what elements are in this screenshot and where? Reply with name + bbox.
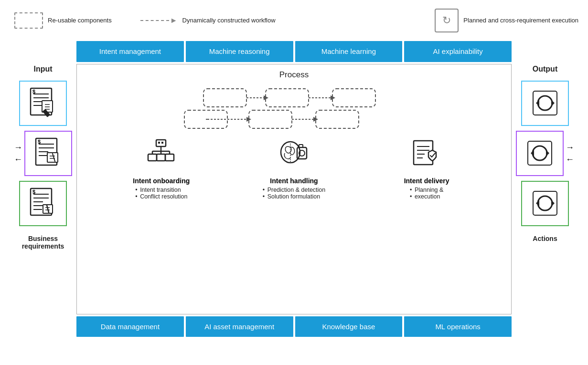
legend-reusable-label: Re-usable components: [48, 17, 112, 25]
tab-data-management[interactable]: Data management: [76, 316, 184, 337]
handling-bullet-2: Solution formulation: [263, 193, 326, 200]
dash-line: [140, 20, 169, 21]
tab-ml-operations[interactable]: ML operations: [404, 316, 512, 337]
svg-rect-62: [299, 145, 303, 147]
legend-reusable: Re-usable components: [14, 12, 112, 29]
tab-machine-learning[interactable]: Machine learning: [295, 41, 403, 62]
intent-onboarding-bullets: Intent transition Conflict resolution: [135, 187, 187, 200]
svg-rect-48: [158, 142, 160, 144]
intent-handling-title: Intent handling: [270, 177, 318, 185]
output-column: Output: [512, 41, 578, 337]
page: Re-usable components ► Dynamically const…: [0, 0, 588, 365]
document-icon-green: $: [29, 188, 57, 220]
intent-delivery-title: Intent delivery: [404, 177, 449, 185]
dashed-box-icon: [14, 12, 43, 29]
legend-dynamic-label: Dynamically constructed workflow: [182, 17, 276, 25]
actions-label: Actions: [533, 235, 557, 242]
input-column: Input $: [10, 41, 76, 337]
header-tabs: Intent management Machine reasoning Mach…: [76, 41, 512, 62]
output-box-green: [521, 181, 569, 226]
bottom-tabs: Data management AI asset management Know…: [76, 316, 512, 337]
intent-handling: Intent handling Prediction & detection S…: [246, 139, 342, 200]
tab-machine-reasoning[interactable]: Machine reasoning: [186, 41, 293, 62]
business-requirements-label: Business requirements: [10, 235, 76, 250]
tab-ai-asset-management[interactable]: AI asset management: [186, 316, 293, 337]
intent-handling-bullets: Prediction & detection Solution formulat…: [263, 187, 326, 200]
input-box-green: $: [19, 181, 67, 226]
main-layout: Input $: [10, 41, 578, 337]
workflow-area: [86, 86, 502, 129]
intent-delivery-icon: [411, 139, 442, 173]
left-arrow-right: ←: [566, 155, 574, 165]
tab-intent-management[interactable]: Intent management: [76, 41, 184, 62]
svg-rect-57: [165, 154, 174, 161]
intent-row: Intent onboarding Intent transition Conf…: [86, 139, 502, 200]
svg-rect-34: [332, 89, 375, 107]
intent-handling-icon: [277, 139, 310, 173]
input-label: Input: [33, 65, 52, 73]
workflow-diagram: [175, 86, 414, 129]
output-arrows-purple: → ←: [516, 131, 574, 176]
legend-dynamic: ► Dynamically constructed workflow: [140, 16, 276, 25]
input-box-blue: $: [19, 81, 67, 126]
delivery-icon: [411, 139, 442, 167]
svg-rect-56: [157, 154, 165, 161]
brain-icon: [277, 139, 310, 167]
document-icon-purple: $: [34, 137, 63, 170]
svg-text:$: $: [32, 189, 35, 195]
svg-rect-33: [266, 89, 309, 107]
svg-rect-55: [148, 154, 157, 161]
center-column: Intent management Machine reasoning Mach…: [76, 41, 512, 337]
intent-onboarding-title: Intent onboarding: [133, 177, 190, 185]
intent-onboarding-icon: [146, 139, 177, 173]
bidirectional-arrows-right: → ←: [566, 143, 574, 165]
legend: Re-usable components ► Dynamically const…: [10, 9, 578, 32]
delivery-bullet-1: Planning &: [410, 187, 443, 193]
cycle-icon-green: [532, 190, 558, 217]
cycle-icon-blue: [532, 90, 558, 116]
intent-delivery: Intent delivery Planning & execution: [379, 139, 474, 200]
right-arrow-right: →: [566, 143, 574, 153]
output-box-purple: [516, 131, 564, 176]
delivery-bullet-2: execution: [410, 193, 443, 200]
document-icon-blue: $: [29, 87, 57, 120]
svg-rect-47: [156, 140, 166, 146]
intent-onboarding: Intent onboarding Intent transition Conf…: [114, 139, 209, 200]
legend-planned-label: Planned and cross-requirement execution: [463, 17, 578, 25]
tab-knowledge-base[interactable]: Knowledge base: [295, 316, 403, 337]
bidirectional-arrows-left: → ←: [14, 143, 22, 165]
svg-rect-40: [249, 110, 292, 128]
dashed-arrow-icon: ►: [140, 16, 178, 25]
legend-planned: ↻ Planned and cross-requirement executio…: [435, 9, 578, 32]
onboarding-bullet-1: Intent transition: [135, 187, 187, 193]
onboarding-bullet-2: Conflict resolution: [135, 193, 187, 200]
cycle-icon-purple: [527, 140, 553, 167]
svg-rect-41: [316, 110, 359, 128]
svg-rect-49: [161, 142, 163, 144]
input-arrows-purple: → ← $: [14, 131, 72, 176]
input-box-purple: $: [24, 131, 72, 176]
process-box: Process: [76, 64, 512, 314]
svg-text:$: $: [32, 89, 35, 94]
handling-bullet-1: Prediction & detection: [263, 187, 326, 193]
output-box-blue: [521, 81, 569, 126]
svg-rect-32: [203, 89, 246, 107]
right-arrow-left: →: [14, 143, 22, 153]
refresh-icon-large: ↻: [435, 9, 459, 32]
dash-arrow-head: ►: [170, 16, 178, 25]
output-label: Output: [533, 65, 557, 73]
svg-text:$: $: [38, 139, 41, 145]
left-arrow-left: ←: [14, 155, 22, 165]
intent-delivery-bullets: Planning & execution: [410, 187, 443, 200]
tab-ai-explainability[interactable]: AI explainability: [404, 41, 512, 62]
network-icon: [146, 139, 177, 167]
process-title: Process: [86, 70, 502, 80]
